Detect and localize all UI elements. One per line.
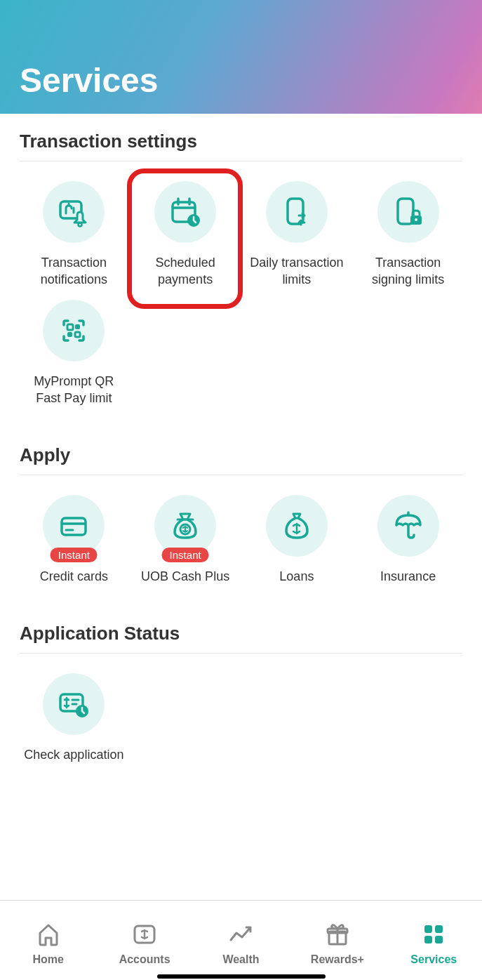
tile-label: Transaction notifications xyxy=(22,254,126,289)
accounts-icon xyxy=(130,920,159,949)
money-bag-icon xyxy=(266,495,328,557)
nav-accounts[interactable]: Accounts xyxy=(96,901,192,980)
tile-label: Check application xyxy=(24,746,123,763)
svg-rect-22 xyxy=(435,936,443,943)
phone-lock-icon xyxy=(377,181,439,243)
tile-label: Insurance xyxy=(380,568,436,585)
umbrella-icon xyxy=(377,495,439,557)
tile-label: UOB Cash Plus xyxy=(141,568,229,585)
svg-rect-11 xyxy=(75,332,80,337)
page-title: Services xyxy=(20,61,159,100)
money-bag-tied-icon: Instant xyxy=(154,495,216,557)
content: Transaction settings Transaction notific… xyxy=(0,114,482,767)
tile-cash-plus[interactable]: Instant UOB Cash Plus xyxy=(131,492,240,588)
phone-transfer-icon xyxy=(266,181,328,243)
svg-point-7 xyxy=(415,218,417,221)
tile-signing-limits[interactable]: Transaction signing limits xyxy=(354,178,462,291)
tile-transaction-notifications[interactable]: Transaction notifications xyxy=(20,178,128,291)
svg-rect-21 xyxy=(424,936,432,943)
nav-rewards[interactable]: Rewards+ xyxy=(289,901,385,980)
tile-label: Scheduled payments xyxy=(134,254,237,289)
notification-icon xyxy=(43,181,105,243)
tile-label: Credit cards xyxy=(40,568,108,585)
instant-badge: Instant xyxy=(51,548,98,562)
nav-label: Wealth xyxy=(222,953,259,966)
instant-badge: Instant xyxy=(162,548,209,562)
nav-home[interactable]: Home xyxy=(0,901,96,980)
home-icon xyxy=(34,920,62,949)
divider xyxy=(20,161,462,161)
svg-rect-10 xyxy=(67,332,72,337)
wealth-icon xyxy=(227,920,255,949)
bottom-nav: Home Accounts Wealth Rewards+ xyxy=(0,900,482,980)
tile-label: Loans xyxy=(279,568,314,585)
section-title-transaction: Transaction settings xyxy=(20,131,462,152)
tile-label: Daily transaction limits xyxy=(246,254,349,289)
nav-label: Services xyxy=(410,953,457,966)
section-title-status: Application Status xyxy=(20,623,462,644)
section-title-apply: Apply xyxy=(20,444,462,466)
nav-services[interactable]: Services xyxy=(386,901,482,980)
tile-daily-limits[interactable]: Daily transaction limits xyxy=(243,178,352,291)
nav-label: Home xyxy=(32,953,63,966)
nav-wealth[interactable]: Wealth xyxy=(193,901,289,980)
card-icon: Instant xyxy=(43,495,105,557)
transaction-grid: Transaction notifications Scheduled paym… xyxy=(20,178,462,409)
divider xyxy=(20,653,462,654)
rewards-icon xyxy=(323,920,352,949)
apply-grid: Instant Credit cards Instant UOB Cash Pl… xyxy=(20,492,462,588)
svg-point-1 xyxy=(79,223,82,227)
tile-insurance[interactable]: Insurance xyxy=(354,492,462,588)
tile-credit-cards[interactable]: Instant Credit cards xyxy=(20,492,128,588)
status-grid: Check application xyxy=(20,670,462,766)
services-icon xyxy=(420,920,448,949)
svg-rect-12 xyxy=(62,518,86,535)
tile-check-application[interactable]: Check application xyxy=(20,670,128,766)
svg-rect-9 xyxy=(75,324,80,329)
tile-label: MyPrompt QR Fast Pay limit xyxy=(22,373,126,407)
nav-label: Rewards+ xyxy=(311,953,364,966)
svg-rect-8 xyxy=(67,324,73,330)
qr-icon xyxy=(43,300,105,362)
tile-label: Transaction signing limits xyxy=(356,254,460,289)
check-app-icon xyxy=(43,673,105,735)
tile-scheduled-payments[interactable]: Scheduled payments xyxy=(131,178,240,291)
header: Services xyxy=(0,0,482,114)
svg-rect-20 xyxy=(435,925,443,933)
calendar-clock-icon xyxy=(154,181,216,243)
divider xyxy=(20,475,462,475)
nav-label: Accounts xyxy=(119,953,170,966)
tile-loans[interactable]: Loans xyxy=(243,492,352,588)
tile-qr-limit[interactable]: MyPrompt QR Fast Pay limit xyxy=(20,297,128,410)
home-indicator xyxy=(157,974,326,979)
svg-rect-19 xyxy=(424,925,432,933)
